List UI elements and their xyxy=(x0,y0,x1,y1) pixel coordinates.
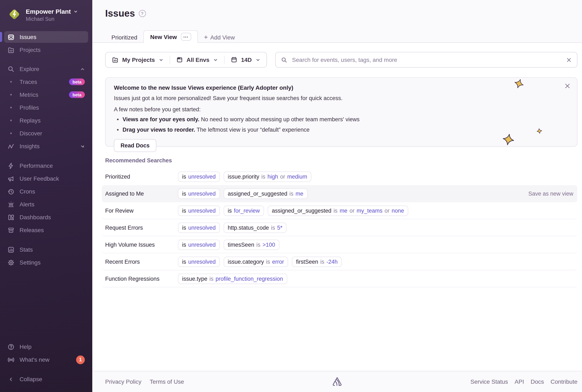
query-token: isunresolved xyxy=(178,256,220,267)
environment-filter[interactable]: All Envs xyxy=(170,52,224,67)
sidebar-item-label: Dashboards xyxy=(20,214,51,220)
sidebar-item-help[interactable]: Help xyxy=(4,341,88,352)
sidebar-item-label: Issues xyxy=(20,34,36,40)
search-row-recent-errors[interactable]: Recent Errors isunresolved issue.categor… xyxy=(102,253,577,270)
search-icon xyxy=(8,66,15,72)
help-icon[interactable]: ? xyxy=(139,10,146,17)
sidebar-item-explore[interactable]: Explore xyxy=(4,63,88,75)
sidebar-item-performance[interactable]: Performance xyxy=(4,160,88,172)
save-as-new-view-button[interactable]: Save as new view xyxy=(528,190,573,196)
query-token: issue.priorityishighormedium xyxy=(224,171,311,182)
search-bar xyxy=(275,52,577,68)
sidebar-item-replays[interactable]: Replays xyxy=(4,114,88,126)
sidebar-item-label: Releases xyxy=(20,227,44,233)
terms-of-use-link[interactable]: Terms of Use xyxy=(150,378,184,385)
chevron-down-icon xyxy=(255,58,260,62)
recommended-searches-list: Prioritized isunresolved issue.priorityi… xyxy=(105,168,577,287)
projects-icon xyxy=(8,46,15,53)
banner-bullet: Views are for your eyes only. No need to… xyxy=(114,116,569,124)
nav-spacer xyxy=(0,57,92,63)
tab-options-button[interactable]: ⋯ xyxy=(181,33,191,41)
sidebar-item-label: Replays xyxy=(20,117,41,124)
active-indicator xyxy=(0,32,2,42)
beta-badge: beta xyxy=(69,91,85,98)
chevron-up-icon xyxy=(80,67,85,71)
close-banner-icon[interactable] xyxy=(564,82,571,90)
date-range-filter[interactable]: 14D xyxy=(224,52,266,67)
sidebar-item-traces[interactable]: Traces beta xyxy=(4,76,88,88)
app-footer: Privacy Policy Terms of Use Service Stat… xyxy=(92,371,582,392)
query-token: assigned_or_suggestedisme xyxy=(224,188,308,199)
sidebar-item-label: Insights xyxy=(20,143,40,150)
sidebar-item-label: Help xyxy=(20,344,32,350)
page-filters: My Projects All Envs 14D xyxy=(105,52,267,68)
sidebar-item-profiles[interactable]: Profiles xyxy=(4,102,88,113)
bar-chart-icon xyxy=(8,246,15,253)
add-view-button[interactable]: + Add View xyxy=(198,32,241,43)
sidebar-item-projects[interactable]: Projects xyxy=(4,44,88,56)
org-avatar xyxy=(8,8,21,21)
search-row-prioritized[interactable]: Prioritized isunresolved issue.priorityi… xyxy=(102,168,577,185)
sidebar-footer: Help What's new 1 Collapse xyxy=(0,341,92,392)
search-row-high-volume[interactable]: High Volume Issues isunresolved timesSee… xyxy=(102,236,577,253)
siren-icon xyxy=(8,201,15,208)
page-content: My Projects All Envs 14D xyxy=(92,43,582,371)
sidebar-item-discover[interactable]: Discover xyxy=(4,128,88,139)
query-token: assigned_or_suggestedismeormy_teamsornon… xyxy=(268,205,408,216)
query-token: issue.typeisprofile_function_regression xyxy=(178,274,287,284)
ellipsis-icon: ⋯ xyxy=(183,34,188,39)
megaphone-icon xyxy=(8,175,15,182)
sidebar-item-metrics[interactable]: Metrics beta xyxy=(4,89,88,100)
sidebar-item-insights[interactable]: Insights xyxy=(4,140,88,152)
notification-badge: 1 xyxy=(76,355,85,364)
search-icon xyxy=(281,57,287,63)
main-area: Issues ? Prioritized New View ⋯ + Add Vi… xyxy=(92,0,582,392)
sidebar-item-releases[interactable]: Releases xyxy=(4,224,88,236)
banner-title: Welcome to the new Issue Views experienc… xyxy=(114,84,569,91)
sidebar-item-settings[interactable]: Settings xyxy=(4,257,88,268)
sidebar-item-label: Projects xyxy=(20,46,41,53)
sidebar-item-whats-new[interactable]: What's new 1 xyxy=(4,354,88,366)
privacy-policy-link[interactable]: Privacy Policy xyxy=(105,378,141,385)
sidebar-nav: Issues Projects Explore Traces beta xyxy=(0,31,92,270)
contribute-link[interactable]: Contribute xyxy=(551,378,577,385)
view-tabs: Prioritized New View ⋯ + Add View xyxy=(105,30,241,43)
chevron-down-icon xyxy=(74,9,78,14)
sidebar-item-label: Profiles xyxy=(20,104,39,111)
api-link[interactable]: API xyxy=(515,378,524,385)
sidebar-collapse-button[interactable]: Collapse xyxy=(4,373,88,385)
service-status-link[interactable]: Service Status xyxy=(470,378,508,385)
query-token: isunresolved xyxy=(178,222,220,233)
sidebar-item-label: Traces xyxy=(20,78,37,85)
search-row-for-review[interactable]: For Review isunresolved isfor_review ass… xyxy=(102,202,577,219)
sidebar-item-user-feedback[interactable]: User Feedback xyxy=(4,173,88,184)
org-switcher[interactable]: Empower Plant Michael Sun xyxy=(0,0,92,28)
project-filter[interactable]: My Projects xyxy=(106,52,169,67)
clear-search-icon[interactable] xyxy=(566,57,571,62)
sidebar-item-label: Stats xyxy=(20,246,33,253)
broadcast-icon xyxy=(8,356,15,363)
tab-prioritized[interactable]: Prioritized xyxy=(105,32,144,43)
page-title: Issues ? xyxy=(105,8,577,19)
issue-views-banner: Welcome to the new Issue Views experienc… xyxy=(105,77,577,146)
tab-new-view[interactable]: New View ⋯ xyxy=(144,30,198,43)
insights-icon xyxy=(8,143,15,150)
sidebar-item-stats[interactable]: Stats xyxy=(4,244,88,256)
nav-spacer xyxy=(0,367,92,373)
search-input[interactable] xyxy=(291,56,562,64)
docs-link[interactable]: Docs xyxy=(531,378,544,385)
chevron-down-icon xyxy=(80,144,85,148)
environments-icon xyxy=(176,56,183,63)
sidebar-item-issues[interactable]: Issues xyxy=(4,31,88,43)
page-header: Issues ? Prioritized New View ⋯ + Add Vi… xyxy=(92,0,582,43)
sidebar-item-label: Metrics xyxy=(20,91,38,98)
sidebar-item-dashboards[interactable]: Dashboards xyxy=(4,211,88,223)
sidebar-item-alerts[interactable]: Alerts xyxy=(4,198,88,210)
search-row-request-errors[interactable]: Request Errors isunresolved http.status_… xyxy=(102,219,577,236)
sidebar-item-crons[interactable]: Crons xyxy=(4,186,88,197)
search-row-assigned-to-me[interactable]: Assigned to Me isunresolved assigned_or_… xyxy=(102,185,577,202)
sparkle-icon xyxy=(502,133,515,146)
chevron-down-icon xyxy=(159,58,163,62)
read-docs-button[interactable]: Read Docs xyxy=(114,139,156,152)
search-row-function-regressions[interactable]: Function Regressions issue.typeisprofile… xyxy=(102,270,577,287)
